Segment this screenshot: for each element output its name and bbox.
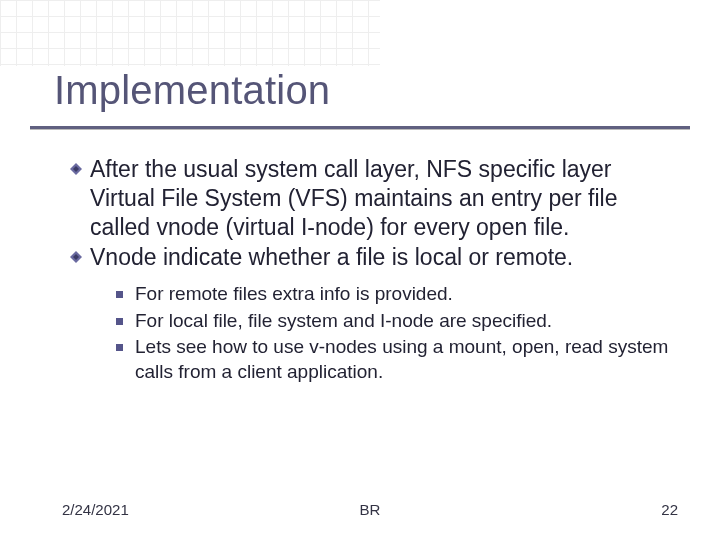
sub-bullet-list: For remote files extra info is provided.… xyxy=(116,282,680,385)
diamond-bullet-icon xyxy=(70,163,82,175)
bullet-text: Vnode indicate whether a file is local o… xyxy=(90,243,573,272)
sub-bullet-item: For remote files extra info is provided. xyxy=(116,282,680,307)
slide-title: Implementation xyxy=(54,68,690,113)
title-underline xyxy=(30,126,690,129)
sub-bullet-item: Lets see how to use v-nodes using a moun… xyxy=(116,335,680,384)
sub-bullet-text: Lets see how to use v-nodes using a moun… xyxy=(135,335,680,384)
slide: Implementation After the usual system ca… xyxy=(0,0,720,540)
square-bullet-icon xyxy=(116,318,123,325)
footer-date: 2/24/2021 xyxy=(62,501,129,518)
sub-bullet-item: For local file, file system and I-node a… xyxy=(116,309,680,334)
bullet-item: Vnode indicate whether a file is local o… xyxy=(70,243,680,272)
square-bullet-icon xyxy=(116,344,123,351)
sub-bullet-text: For local file, file system and I-node a… xyxy=(135,309,552,334)
bullet-text: After the usual system call layer, NFS s… xyxy=(90,155,680,241)
footer-page-number: 22 xyxy=(661,501,678,518)
slide-footer: 2/24/2021 BR 22 xyxy=(62,501,678,518)
bullet-item: After the usual system call layer, NFS s… xyxy=(70,155,680,241)
sub-bullet-text: For remote files extra info is provided. xyxy=(135,282,453,307)
diamond-bullet-icon xyxy=(70,251,82,263)
decorative-grid xyxy=(0,0,380,66)
square-bullet-icon xyxy=(116,291,123,298)
slide-body: After the usual system call layer, NFS s… xyxy=(70,155,680,387)
footer-initials: BR xyxy=(360,501,381,518)
